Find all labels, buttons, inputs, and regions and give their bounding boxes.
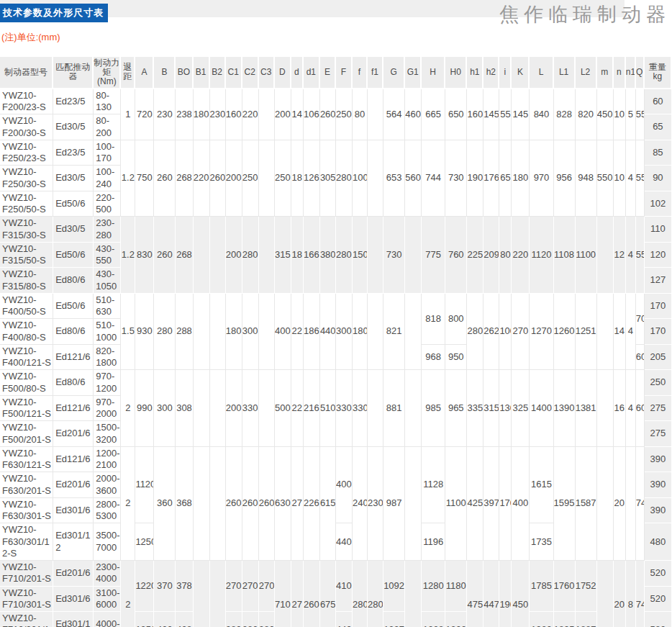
dim-cell-n: 20 xyxy=(614,447,626,561)
weight-cell: 520 xyxy=(645,561,672,587)
model-cell: YWZ10-F710/301/12-S xyxy=(0,612,53,627)
dim-cell-K: 450 xyxy=(512,561,530,627)
dim-cell-H: 818 xyxy=(422,294,445,345)
dim-cell-G: 1227 xyxy=(383,612,405,627)
dim-cell-G: 564 xyxy=(383,89,405,140)
dim-cell-K: 400 xyxy=(512,447,530,561)
thruster-cell: Ed301/6 xyxy=(53,587,94,613)
dim-cell-m xyxy=(597,561,614,627)
column-header: f xyxy=(353,57,368,89)
torque-cell: 230-280 xyxy=(94,217,121,243)
dim-cell-d1: 186 xyxy=(304,294,320,371)
model-cell: YWZ10-F315/30-S xyxy=(0,217,53,243)
column-header: 匹配推动器 xyxy=(53,57,94,89)
torque-cell: 430-550 xyxy=(94,243,121,269)
dim-cell-A: 720 xyxy=(135,89,154,140)
weight-cell: 275 xyxy=(645,421,672,447)
dim-cell-n: 10 xyxy=(614,140,626,217)
dim-cell-B2 xyxy=(210,217,226,294)
dim-cell-n1 xyxy=(626,447,636,561)
dim-cell-C1: 180 xyxy=(226,294,242,371)
dim-cell-d1: 166 xyxy=(304,217,320,294)
dim-cell-G: 987 xyxy=(383,447,405,561)
model-cell: YWZ10-F500/121-S xyxy=(0,396,53,422)
model-cell: YWZ10-F630/121-S xyxy=(0,447,53,473)
dim-cell-C1: 270 xyxy=(226,561,242,612)
dim-cell-h1: 425 xyxy=(467,447,483,561)
column-header: B2 xyxy=(210,57,226,89)
weight-cell: 250 xyxy=(645,370,672,396)
model-cell: YWZ10-F500/80-S xyxy=(0,370,53,396)
dim-cell-L: 1735 xyxy=(530,523,553,561)
dim-cell-D: 315 xyxy=(275,217,291,294)
dim-cell-G: 1092 xyxy=(383,561,405,612)
dim-cell-L: 1120 xyxy=(530,217,553,294)
dim-cell-f: 280 xyxy=(353,561,368,627)
dim-cell-H0: 730 xyxy=(445,140,467,217)
dim-cell-i: 65 xyxy=(499,140,512,217)
torque-cell: 2800-5300 xyxy=(94,498,121,524)
dim-cell-f1 xyxy=(368,294,383,371)
dim-cell-B: 360 xyxy=(154,447,176,561)
dim-cell-F: 400 xyxy=(336,447,353,524)
column-header: K xyxy=(512,57,530,89)
thruster-cell: Ed121/6 xyxy=(53,345,94,371)
dim-cell-A: 1120 xyxy=(135,447,154,524)
dim-cell-Q: 74 xyxy=(636,447,645,561)
column-header: G xyxy=(383,57,405,89)
dim-cell-n: 14 xyxy=(614,294,626,371)
dim-cell-n1: 8 xyxy=(626,561,636,627)
model-cell: YWZ10-F710/201-S xyxy=(0,561,53,587)
dim-cell-L1: 1390 xyxy=(554,370,576,447)
dim-cell-h1: 190 xyxy=(467,140,483,217)
column-header: C3 xyxy=(259,57,275,89)
dim-cell-tui: 2 xyxy=(121,447,135,561)
table-row: YWZ10-F315/30-SEd30/5230-2801.2830260268… xyxy=(0,217,672,243)
dim-cell-f: 240 xyxy=(353,447,368,561)
column-header: m xyxy=(597,57,614,89)
dim-cell-L: 1615 xyxy=(530,447,553,524)
dim-cell-Q: 60 xyxy=(636,345,645,371)
weight-cell: 110 xyxy=(645,217,672,243)
dim-cell-C3: 270 xyxy=(259,561,275,612)
thruster-cell: Ed30/5 xyxy=(53,166,94,191)
table-row: YWZ10-F710/201-SEd201/62300-400021220370… xyxy=(0,561,672,587)
dim-cell-f: 330 xyxy=(353,370,368,447)
thruster-cell: Ed80/6 xyxy=(53,268,94,294)
dim-cell-G1 xyxy=(405,447,422,561)
dim-cell-D: 200 xyxy=(275,89,291,140)
dim-cell-B1 xyxy=(194,370,210,447)
dim-cell-F: 440 xyxy=(336,523,353,561)
column-header: L2 xyxy=(576,57,597,89)
dim-cell-B1: 180 xyxy=(194,89,210,140)
dim-cell-Q: 55 xyxy=(636,140,645,217)
weight-cell: 90 xyxy=(645,166,672,191)
dim-cell-H0: 1180 xyxy=(445,561,467,612)
dim-cell-C3 xyxy=(259,370,275,447)
torque-cell: 820-1800 xyxy=(94,345,121,371)
dim-cell-Q: 60 xyxy=(636,370,645,447)
dim-cell-H: 744 xyxy=(422,140,445,217)
dim-cell-f: 150 xyxy=(353,217,368,294)
column-header: H xyxy=(422,57,445,89)
model-cell: YWZ10-F400/121-S xyxy=(0,345,53,371)
dim-cell-i: 130 xyxy=(499,370,512,447)
dim-cell-B: 280 xyxy=(154,294,176,371)
column-header: Q xyxy=(636,57,645,89)
dim-cell-f: 80 xyxy=(353,89,368,140)
thruster-cell: Ed23/5 xyxy=(53,89,94,115)
dim-cell-F: 300 xyxy=(336,294,353,371)
dim-cell-A: 1350 xyxy=(135,612,154,627)
torque-cell: 3500-7000 xyxy=(94,523,121,561)
weight-cell: 102 xyxy=(645,191,672,217)
dim-cell-n1: 4 xyxy=(626,140,636,217)
thruster-cell: Ed23/5 xyxy=(53,140,94,166)
model-cell: YWZ10-F250/30-S xyxy=(0,166,53,191)
column-header: E xyxy=(320,57,336,89)
dim-cell-BO: 268 xyxy=(176,217,193,294)
column-header: D xyxy=(275,57,291,89)
dim-cell-B2 xyxy=(210,561,226,627)
dim-cell-C1: 200 xyxy=(226,370,242,447)
dim-cell-H: 985 xyxy=(422,370,445,447)
dim-cell-C2: 270 xyxy=(242,561,259,612)
